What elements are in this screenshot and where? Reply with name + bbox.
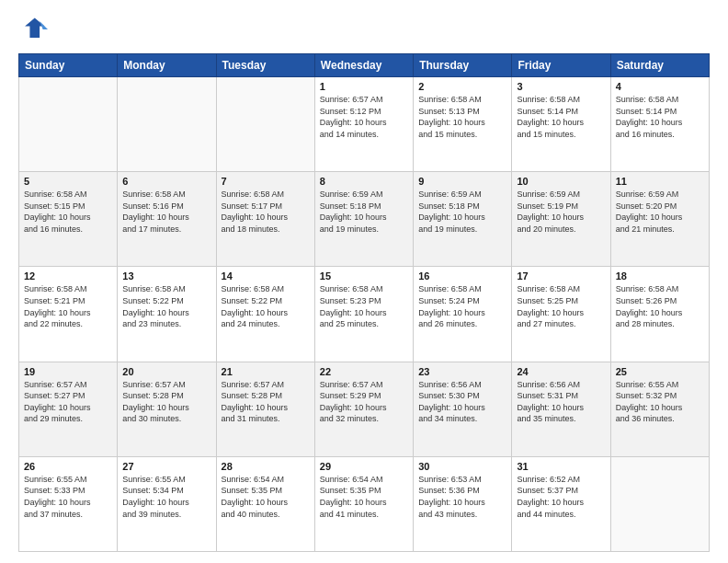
- day-number: 24: [517, 366, 605, 377]
- calendar-cell: 5Sunrise: 6:58 AM Sunset: 5:15 PM Daylig…: [19, 172, 118, 267]
- day-info: Sunrise: 6:55 AM Sunset: 5:33 PM Dayligh…: [24, 474, 112, 520]
- day-header-tuesday: Tuesday: [216, 54, 314, 77]
- day-info: Sunrise: 6:56 AM Sunset: 5:31 PM Dayligh…: [517, 379, 605, 425]
- calendar-cell: 28Sunrise: 6:54 AM Sunset: 5:35 PM Dayli…: [216, 456, 314, 551]
- page: SundayMondayTuesdayWednesdayThursdayFrid…: [0, 0, 728, 563]
- day-number: 14: [222, 270, 310, 282]
- calendar-cell: 10Sunrise: 6:59 AM Sunset: 5:19 PM Dayli…: [512, 172, 610, 267]
- header: [18, 15, 710, 44]
- calendar-cell: 4Sunrise: 6:58 AM Sunset: 5:14 PM Daylig…: [610, 77, 709, 172]
- day-number: 30: [418, 461, 506, 472]
- calendar-cell: 15Sunrise: 6:58 AM Sunset: 5:23 PM Dayli…: [314, 267, 413, 362]
- day-info: Sunrise: 6:59 AM Sunset: 5:18 PM Dayligh…: [418, 189, 506, 235]
- day-header-friday: Friday: [512, 54, 610, 77]
- calendar-cell: 16Sunrise: 6:58 AM Sunset: 5:24 PM Dayli…: [414, 267, 512, 362]
- day-info: Sunrise: 6:54 AM Sunset: 5:35 PM Dayligh…: [222, 474, 310, 520]
- calendar-cell: 9Sunrise: 6:59 AM Sunset: 5:18 PM Daylig…: [414, 172, 512, 267]
- calendar-table: SundayMondayTuesdayWednesdayThursdayFrid…: [18, 53, 710, 552]
- calendar-cell: 12Sunrise: 6:58 AM Sunset: 5:21 PM Dayli…: [19, 267, 118, 362]
- calendar-cell: [19, 77, 118, 172]
- day-info: Sunrise: 6:57 AM Sunset: 5:12 PM Dayligh…: [320, 94, 408, 140]
- day-header-wednesday: Wednesday: [314, 54, 413, 77]
- calendar-cell: 25Sunrise: 6:55 AM Sunset: 5:32 PM Dayli…: [610, 362, 709, 456]
- calendar-cell: 3Sunrise: 6:58 AM Sunset: 5:14 PM Daylig…: [512, 77, 610, 172]
- day-info: Sunrise: 6:56 AM Sunset: 5:30 PM Dayligh…: [418, 379, 506, 425]
- day-info: Sunrise: 6:59 AM Sunset: 5:20 PM Dayligh…: [616, 189, 704, 235]
- day-number: 10: [517, 176, 605, 187]
- calendar-cell: 13Sunrise: 6:58 AM Sunset: 5:22 PM Dayli…: [118, 267, 216, 362]
- day-number: 17: [517, 270, 605, 282]
- day-number: 7: [222, 176, 310, 187]
- day-number: 12: [24, 270, 112, 282]
- day-info: Sunrise: 6:58 AM Sunset: 5:13 PM Dayligh…: [418, 94, 506, 140]
- day-header-sunday: Sunday: [19, 54, 118, 77]
- day-number: 5: [24, 176, 112, 187]
- day-number: 25: [616, 366, 704, 377]
- day-info: Sunrise: 6:58 AM Sunset: 5:25 PM Dayligh…: [517, 283, 605, 329]
- calendar-cell: 26Sunrise: 6:55 AM Sunset: 5:33 PM Dayli…: [19, 456, 118, 551]
- day-number: 15: [320, 270, 408, 282]
- day-number: 26: [24, 461, 112, 472]
- calendar-cell: 31Sunrise: 6:52 AM Sunset: 5:37 PM Dayli…: [512, 456, 610, 551]
- day-number: 21: [222, 366, 310, 377]
- day-info: Sunrise: 6:57 AM Sunset: 5:28 PM Dayligh…: [122, 379, 210, 425]
- day-info: Sunrise: 6:54 AM Sunset: 5:35 PM Dayligh…: [320, 474, 408, 520]
- day-info: Sunrise: 6:59 AM Sunset: 5:18 PM Dayligh…: [320, 189, 408, 235]
- day-info: Sunrise: 6:58 AM Sunset: 5:26 PM Dayligh…: [616, 283, 704, 329]
- calendar-header-row: SundayMondayTuesdayWednesdayThursdayFrid…: [19, 54, 710, 77]
- day-header-saturday: Saturday: [610, 54, 709, 77]
- day-info: Sunrise: 6:58 AM Sunset: 5:23 PM Dayligh…: [320, 283, 408, 329]
- calendar-cell: 21Sunrise: 6:57 AM Sunset: 5:28 PM Dayli…: [216, 362, 314, 456]
- day-number: 22: [320, 366, 408, 377]
- calendar-week-row: 19Sunrise: 6:57 AM Sunset: 5:27 PM Dayli…: [19, 362, 710, 456]
- calendar-cell: 20Sunrise: 6:57 AM Sunset: 5:28 PM Dayli…: [118, 362, 216, 456]
- day-info: Sunrise: 6:58 AM Sunset: 5:24 PM Dayligh…: [418, 283, 506, 329]
- day-info: Sunrise: 6:58 AM Sunset: 5:22 PM Dayligh…: [122, 283, 210, 329]
- svg-marker-0: [25, 18, 44, 38]
- day-number: 8: [320, 176, 408, 187]
- logo: [18, 15, 53, 44]
- calendar-cell: 30Sunrise: 6:53 AM Sunset: 5:36 PM Dayli…: [414, 456, 512, 551]
- calendar-week-row: 12Sunrise: 6:58 AM Sunset: 5:21 PM Dayli…: [19, 267, 710, 362]
- day-header-thursday: Thursday: [414, 54, 512, 77]
- day-number: 4: [616, 81, 704, 92]
- day-number: 20: [122, 366, 210, 377]
- day-number: 29: [320, 461, 408, 472]
- day-info: Sunrise: 6:58 AM Sunset: 5:15 PM Dayligh…: [24, 189, 112, 235]
- calendar-cell: 1Sunrise: 6:57 AM Sunset: 5:12 PM Daylig…: [314, 77, 413, 172]
- calendar-cell: 7Sunrise: 6:58 AM Sunset: 5:17 PM Daylig…: [216, 172, 314, 267]
- calendar-cell: [610, 456, 709, 551]
- calendar-cell: 6Sunrise: 6:58 AM Sunset: 5:16 PM Daylig…: [118, 172, 216, 267]
- day-info: Sunrise: 6:58 AM Sunset: 5:16 PM Dayligh…: [122, 189, 210, 235]
- calendar-week-row: 26Sunrise: 6:55 AM Sunset: 5:33 PM Dayli…: [19, 456, 710, 551]
- day-info: Sunrise: 6:55 AM Sunset: 5:34 PM Dayligh…: [122, 474, 210, 520]
- calendar-body: 1Sunrise: 6:57 AM Sunset: 5:12 PM Daylig…: [19, 77, 710, 552]
- day-info: Sunrise: 6:55 AM Sunset: 5:32 PM Dayligh…: [616, 379, 704, 425]
- day-header-monday: Monday: [118, 54, 216, 77]
- calendar-cell: 2Sunrise: 6:58 AM Sunset: 5:13 PM Daylig…: [414, 77, 512, 172]
- calendar-cell: 14Sunrise: 6:58 AM Sunset: 5:22 PM Dayli…: [216, 267, 314, 362]
- day-number: 1: [320, 81, 408, 92]
- calendar-cell: 24Sunrise: 6:56 AM Sunset: 5:31 PM Dayli…: [512, 362, 610, 456]
- logo-icon: [18, 15, 48, 44]
- day-info: Sunrise: 6:58 AM Sunset: 5:14 PM Dayligh…: [616, 94, 704, 140]
- calendar-cell: 18Sunrise: 6:58 AM Sunset: 5:26 PM Dayli…: [610, 267, 709, 362]
- day-info: Sunrise: 6:52 AM Sunset: 5:37 PM Dayligh…: [517, 474, 605, 520]
- calendar-cell: 23Sunrise: 6:56 AM Sunset: 5:30 PM Dayli…: [414, 362, 512, 456]
- calendar-cell: 11Sunrise: 6:59 AM Sunset: 5:20 PM Dayli…: [610, 172, 709, 267]
- calendar-cell: 22Sunrise: 6:57 AM Sunset: 5:29 PM Dayli…: [314, 362, 413, 456]
- day-info: Sunrise: 6:59 AM Sunset: 5:19 PM Dayligh…: [517, 189, 605, 235]
- day-number: 11: [616, 176, 704, 187]
- calendar-cell: 27Sunrise: 6:55 AM Sunset: 5:34 PM Dayli…: [118, 456, 216, 551]
- day-number: 28: [222, 461, 310, 472]
- calendar-cell: 8Sunrise: 6:59 AM Sunset: 5:18 PM Daylig…: [314, 172, 413, 267]
- day-info: Sunrise: 6:57 AM Sunset: 5:28 PM Dayligh…: [222, 379, 310, 425]
- calendar-week-row: 5Sunrise: 6:58 AM Sunset: 5:15 PM Daylig…: [19, 172, 710, 267]
- calendar-cell: [216, 77, 314, 172]
- day-number: 16: [418, 270, 506, 282]
- day-info: Sunrise: 6:58 AM Sunset: 5:14 PM Dayligh…: [517, 94, 605, 140]
- day-info: Sunrise: 6:58 AM Sunset: 5:17 PM Dayligh…: [222, 189, 310, 235]
- day-info: Sunrise: 6:57 AM Sunset: 5:27 PM Dayligh…: [24, 379, 112, 425]
- day-info: Sunrise: 6:53 AM Sunset: 5:36 PM Dayligh…: [418, 474, 506, 520]
- day-number: 18: [616, 270, 704, 282]
